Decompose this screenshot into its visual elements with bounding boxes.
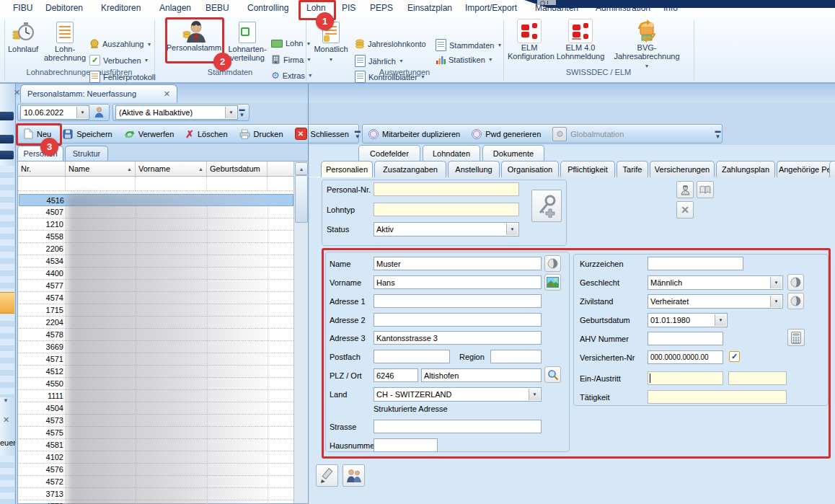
lohnartenverteilung-button[interactable]: Lohnarten- verteilung [225, 20, 270, 62]
clear-tool-button[interactable]: ✕ [676, 201, 694, 218]
tab-tarife-label: Tarife [623, 165, 642, 174]
menu-item-kreditoren[interactable]: Kreditoren [101, 3, 141, 13]
lohnabrechnung-button[interactable]: Lohn- abrechnung [43, 20, 87, 62]
floppy-disk-icon [63, 129, 73, 139]
date-dropdown-icon[interactable] [76, 107, 88, 118]
period-date-combo[interactable]: 10.06.2022 [20, 105, 89, 120]
verwerfen-label: Verwerfen [138, 130, 174, 138]
close-tab-icon[interactable]: ✕ [164, 90, 170, 98]
docked-list-stripes [0, 314, 14, 397]
toolbar-overflow-icon[interactable]: ▬▼ [355, 128, 361, 140]
swissdec-logo-icon [517, 19, 542, 43]
menu-item-peps[interactable]: PEPS [370, 3, 393, 13]
drucken-button[interactable]: Drucken [234, 125, 289, 143]
tab-anstellung[interactable]: Anstellung [448, 161, 500, 177]
collapsed-window-bar[interactable] [0, 135, 14, 143]
filter-cell-vorname[interactable] [136, 177, 207, 191]
highlighted-period-bar[interactable] [0, 292, 14, 314]
menu-item-anlagen[interactable]: Anlagen [159, 3, 191, 13]
elm-konfiguration-button[interactable]: ELM Konfiguration [508, 19, 551, 61]
menu-item-fibu[interactable]: FIBU [13, 3, 32, 13]
filter-cell-name[interactable] [66, 177, 136, 191]
tab-lohndaten[interactable]: Lohndaten [423, 145, 480, 161]
column-header-geburtsdatum[interactable]: Geburtsdatum [207, 162, 268, 177]
menu-item-pis[interactable]: PIS [342, 3, 355, 13]
tab-tarife[interactable]: Tarife [617, 161, 648, 177]
document-tab-personalstamm[interactable]: Personalstamm: Neuerfassung ✕ [20, 84, 177, 102]
loeschen-button[interactable]: ✗ Löschen [180, 125, 233, 143]
filter-cell-geburtsdatum[interactable] [207, 177, 268, 191]
tab-zusatzangaben[interactable]: Zusatzangaben [374, 161, 446, 177]
stammdaten-auswertung-button[interactable]: Stammdaten▼ [436, 39, 502, 51]
edit-button[interactable] [316, 464, 338, 487]
table-vertical-scrollbar[interactable]: ▲ [293, 162, 308, 503]
column-header-name[interactable]: Name▲ [66, 162, 136, 177]
tab-cut-off[interactable]: B [829, 161, 835, 177]
column-header-vorname[interactable]: Vorname▲ [136, 162, 207, 177]
bvg-jahresabrechnung-button[interactable]: BVG- Jahresabrechnung ▼ [609, 19, 685, 71]
tab-zahlungsplan[interactable]: Zahlungsplan [716, 161, 775, 177]
filter-dropdown-icon[interactable] [225, 107, 237, 118]
lohnlauf-label: Lohnlauf [4, 45, 42, 53]
ribbon: Lohnabrechnungen ausführen Stammdaten Au… [0, 17, 835, 84]
firma-button[interactable]: Firma▼ [271, 55, 312, 64]
pwd-generieren-button[interactable]: Pwd generieren [466, 125, 547, 143]
speichern-button[interactable]: Speichern [57, 125, 118, 143]
menu-item-controlling[interactable]: Controlling [247, 3, 288, 13]
tab-organisation[interactable]: Organisation [501, 161, 559, 177]
active-filter-combo[interactable]: (Aktive & Halbaktive) [115, 105, 238, 120]
menu-item-debitoren[interactable]: Debitoren [45, 3, 83, 13]
column-header-nr[interactable]: Nr. [18, 162, 66, 177]
status-dropdown-icon[interactable] [506, 224, 518, 235]
lohn-menu-button[interactable]: Lohn▼ [271, 39, 311, 48]
status-value: Aktiv [376, 225, 394, 234]
extras-button[interactable]: ⚙ Extras▼ [271, 71, 313, 80]
jahreslohnkonto-label: Jahreslohnkonto [368, 40, 426, 48]
verwerfen-button[interactable]: Verwerfen [118, 125, 180, 143]
scroll-up-icon[interactable]: ▲ [295, 162, 308, 175]
tab-personalien[interactable]: Personalien [321, 161, 373, 177]
status-combo[interactable]: Aktiv [374, 222, 519, 236]
tab-dokumente[interactable]: Dokumente [482, 145, 544, 161]
schliessen-button[interactable]: ✕ Schliessen [289, 125, 355, 143]
menu-item-import-export[interactable]: Import/Export [465, 3, 517, 13]
statistiken-label: Statistiken [449, 56, 485, 64]
employees-button[interactable] [343, 464, 365, 487]
jaehrlich-button[interactable]: Jährlich▼ [355, 55, 404, 67]
collapsed-window-bar[interactable] [0, 112, 14, 120]
verbuchen-button[interactable]: ✓ Verbuchen▼ [89, 55, 149, 66]
duplizieren-label: Mitarbeiter duplizieren [382, 130, 460, 138]
fehlerprotokoll-button[interactable]: Fehlerprotokoll [89, 71, 156, 83]
book-tool-button[interactable] [697, 181, 714, 198]
person-filter-button[interactable] [91, 105, 107, 120]
chevron-down-icon[interactable]: ▼ [3, 397, 9, 404]
jahreslohnkonto-button[interactable]: Jahreslohnkonto [355, 39, 426, 48]
toolbar-overflow-icon[interactable]: ▬▼ [238, 107, 246, 118]
collapsed-window-bar[interactable] [0, 151, 14, 159]
person-tool-button[interactable] [676, 181, 694, 198]
tab-versicherungen-label: Versicherungen [655, 165, 710, 174]
tab-codefelder[interactable]: Codefelder [358, 145, 420, 161]
auszahlung-button[interactable]: Auszahlung▼ [89, 39, 151, 49]
toolbar-overflow-icon[interactable]: ▬▼ [714, 128, 722, 140]
close-icon[interactable]: ✕ [3, 415, 9, 425]
globalmutation-button[interactable]: ⚙ Globalmutation [547, 125, 629, 143]
panel-splitter[interactable] [15, 84, 16, 504]
scrollbar-thumb[interactable] [295, 175, 308, 223]
elm40-lohnmeldung-button[interactable]: ELM 4.0 Lohnmeldung [554, 19, 607, 61]
lohntyp-field[interactable] [374, 203, 519, 216]
new-key-button[interactable] [531, 190, 562, 222]
lohnlauf-button[interactable]: Lohnlauf [4, 20, 42, 53]
tab-struktur[interactable]: Struktur [65, 146, 108, 161]
close-icon[interactable]: ✕ [14, 88, 20, 97]
kontrollblaetter-button[interactable]: Kontrollblätter▼ [355, 71, 425, 83]
menu-item-bebu[interactable]: BEBU [206, 3, 229, 13]
menu-item-einsatzplan[interactable]: Einsatzplan [407, 3, 452, 13]
statistiken-button[interactable]: Statistiken▼ [436, 55, 493, 64]
tab-pflichtigkeit[interactable]: Pflichtigkeit [560, 161, 615, 177]
personal-nr-field[interactable] [374, 182, 519, 196]
tab-angehoerige-person[interactable]: Angehörige Person [777, 161, 835, 177]
mitarbeiter-duplizieren-button[interactable]: Mitarbeiter duplizieren [363, 125, 466, 143]
filter-cell-nr[interactable] [18, 177, 66, 191]
tab-versicherungen[interactable]: Versicherungen [650, 161, 715, 177]
